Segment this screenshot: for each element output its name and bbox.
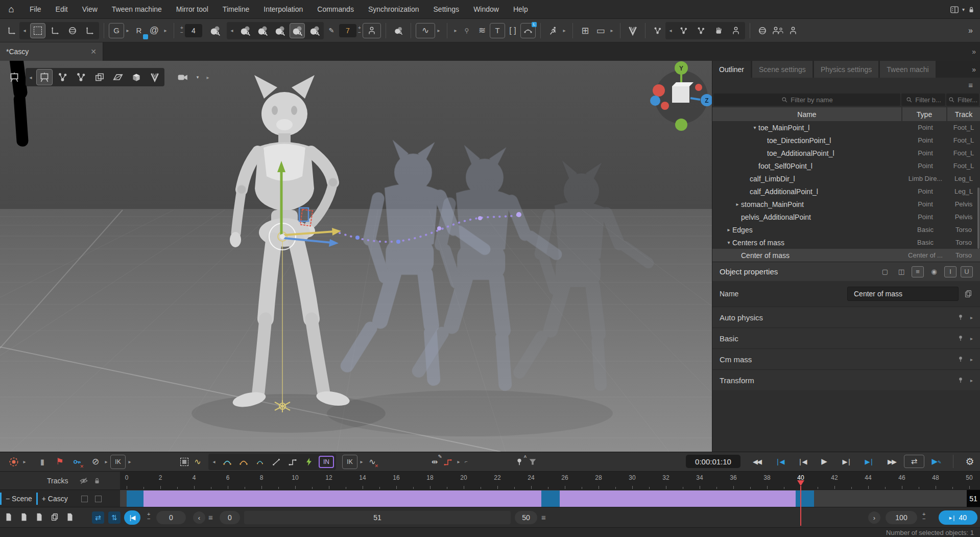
- tree-scrollbar[interactable]: [977, 188, 979, 249]
- expand-zoom-button[interactable]: ›: [868, 511, 880, 524]
- hand-rig-icon[interactable]: [711, 23, 726, 38]
- close-tab-icon[interactable]: ✕: [90, 48, 97, 56]
- plane-icon[interactable]: [110, 69, 126, 85]
- auto-pin-icon[interactable]: A: [513, 455, 526, 469]
- tree-row-center-of-mass[interactable]: Center of massCenter of ...Torso: [712, 249, 980, 262]
- record-target-icon[interactable]: [7, 455, 20, 469]
- solid-cube-icon[interactable]: [128, 69, 145, 85]
- track-segment-purple[interactable]: [144, 491, 541, 507]
- clamped-interp-icon[interactable]: [253, 455, 267, 469]
- collapse-left-icon[interactable]: ◂: [21, 23, 28, 38]
- tabbar-overflow-chevron[interactable]: »: [972, 48, 980, 56]
- prev-frame-button[interactable]: ❘◀: [792, 458, 812, 465]
- rig-mode-2-icon[interactable]: [694, 23, 709, 38]
- menu-mirror-tool[interactable]: Mirror tool: [169, 0, 216, 19]
- collapse-left-icon[interactable]: ◂: [667, 23, 674, 38]
- bezier-interp-icon[interactable]: [221, 455, 234, 469]
- section-expand-icon[interactable]: ▸: [970, 315, 973, 320]
- tracks-lock-icon[interactable]: [93, 477, 101, 484]
- loop-button[interactable]: ⇄: [904, 455, 924, 468]
- camera-path-button[interactable]: L: [520, 23, 536, 38]
- ballkey-icon[interactable]: [207, 23, 223, 38]
- viewport-3d[interactable]: Y Z ◂ ▾ ▸: [0, 61, 712, 452]
- range-end-menu-icon[interactable]: ≡: [541, 513, 546, 522]
- expand-arrow-icon[interactable]: ▸: [126, 455, 134, 469]
- camera-dropdown-icon[interactable]: ▾: [194, 69, 201, 85]
- range-offset-value[interactable]: 0: [220, 511, 240, 524]
- expand-arrow-icon[interactable]: ▸: [162, 23, 169, 38]
- ik-button-2[interactable]: IK: [342, 455, 357, 469]
- menu-file[interactable]: File: [22, 0, 49, 19]
- collapse-left-icon[interactable]: ◂: [27, 69, 34, 85]
- key-mode-1-icon[interactable]: [237, 23, 253, 38]
- camera-icon[interactable]: [175, 69, 191, 85]
- play-record-button[interactable]: ▶✎: [926, 457, 947, 466]
- filter-input-2[interactable]: Filter...: [946, 94, 979, 106]
- tree-row-toe-directionpoint-l[interactable]: toe_DirectionPoint_lPointFoot_L: [712, 134, 980, 147]
- brackets-icon[interactable]: [ ]: [505, 23, 520, 38]
- props-panel-icon[interactable]: ▢: [879, 266, 891, 277]
- track-checkbox-1[interactable]: [81, 496, 88, 502]
- mirror-ribbon-icon[interactable]: ⚲: [459, 23, 474, 38]
- tween-curve-button[interactable]: ∿: [416, 23, 435, 38]
- camera-expand-icon[interactable]: ▸: [204, 69, 211, 85]
- lock-icon[interactable]: [968, 6, 975, 13]
- tree-expander-icon[interactable]: ▾: [751, 125, 758, 130]
- zoom-stepper[interactable]: +−: [922, 512, 925, 521]
- ik-button[interactable]: IK: [110, 455, 126, 469]
- lasso-circle-icon[interactable]: [755, 23, 770, 38]
- menu-settings[interactable]: Settings: [426, 0, 467, 19]
- section-expand-icon[interactable]: ▸: [970, 357, 973, 362]
- animation-runner-icon[interactable]: [545, 23, 561, 38]
- pin-icon[interactable]: [957, 335, 964, 342]
- rig-view-icon[interactable]: [55, 69, 71, 85]
- expand-arrow-icon[interactable]: ▸: [435, 23, 442, 38]
- ball-cube-icon[interactable]: [391, 23, 406, 38]
- section-auto-physics[interactable]: Auto physics▸: [712, 307, 980, 328]
- rig-mode-1-icon[interactable]: [676, 23, 691, 38]
- crowd-rig-icon[interactable]: [728, 23, 744, 38]
- tree-row-toe-mainpoint-l[interactable]: ▾toe_MainPoint_lPointFoot_L: [712, 121, 980, 134]
- character-button[interactable]: [363, 23, 381, 38]
- cascadeur-view-icon[interactable]: [147, 69, 163, 85]
- layout-panes-icon[interactable]: [950, 5, 959, 14]
- expand-arrow-icon[interactable]: ▸: [357, 455, 366, 469]
- tree-expander-icon[interactable]: ▸: [725, 227, 732, 232]
- menu-synchronization[interactable]: Synchronization: [361, 0, 426, 19]
- props-info-icon[interactable]: I: [944, 266, 957, 277]
- zigzag-relax-icon[interactable]: ≋: [474, 23, 490, 38]
- import-track-icon[interactable]: [65, 512, 76, 523]
- corner-icon[interactable]: ⌐: [463, 455, 470, 469]
- zoom-value[interactable]: 100: [886, 511, 917, 524]
- ghost-frame-icon[interactable]: [178, 455, 191, 469]
- pin-icon[interactable]: [957, 314, 964, 321]
- grid-snap-button[interactable]: G: [109, 23, 124, 38]
- fixed-interp-icon[interactable]: [302, 455, 316, 469]
- props-record-icon[interactable]: ◉: [928, 266, 940, 277]
- props-list-icon[interactable]: ≡: [912, 266, 924, 277]
- tree-expander-icon[interactable]: ▸: [734, 201, 741, 207]
- wireframe-cube-icon[interactable]: [91, 69, 108, 85]
- menu-edit[interactable]: Edit: [49, 0, 75, 19]
- track-checkbox-2[interactable]: [95, 496, 102, 502]
- panel-tab-physics-settings[interactable]: Physics settings: [814, 61, 878, 78]
- tree-row-calf-additionalpoint-l[interactable]: calf_AdditionalPoint_lPointLeg_L: [712, 185, 980, 198]
- filter-input-0[interactable]: Filter by name: [713, 94, 900, 106]
- play-button[interactable]: ▶: [814, 457, 834, 466]
- remove-track-icon[interactable]: [35, 512, 45, 523]
- retime-step-icon[interactable]: [441, 455, 455, 469]
- menu-view[interactable]: View: [75, 0, 105, 19]
- menu-help[interactable]: Help: [506, 0, 535, 19]
- section-transform[interactable]: Transform▸: [712, 369, 980, 390]
- easel-mode-icon[interactable]: [36, 69, 53, 85]
- key-mode-4-icon[interactable]: [290, 23, 305, 38]
- tree-row-edges[interactable]: ▸EdgesBasicTorso: [712, 223, 980, 236]
- cascadeur-logo-icon[interactable]: [625, 23, 640, 38]
- flag-icon[interactable]: ⚑: [53, 455, 66, 469]
- collapse-left-icon[interactable]: ◂: [228, 23, 235, 38]
- menu-window[interactable]: Window: [466, 0, 506, 19]
- go-to-start-button[interactable]: ❘◀: [769, 458, 790, 465]
- range-slider[interactable]: 51: [244, 511, 511, 524]
- filter-input-1[interactable]: Filter b...: [901, 94, 945, 106]
- in-button[interactable]: IN: [319, 456, 334, 468]
